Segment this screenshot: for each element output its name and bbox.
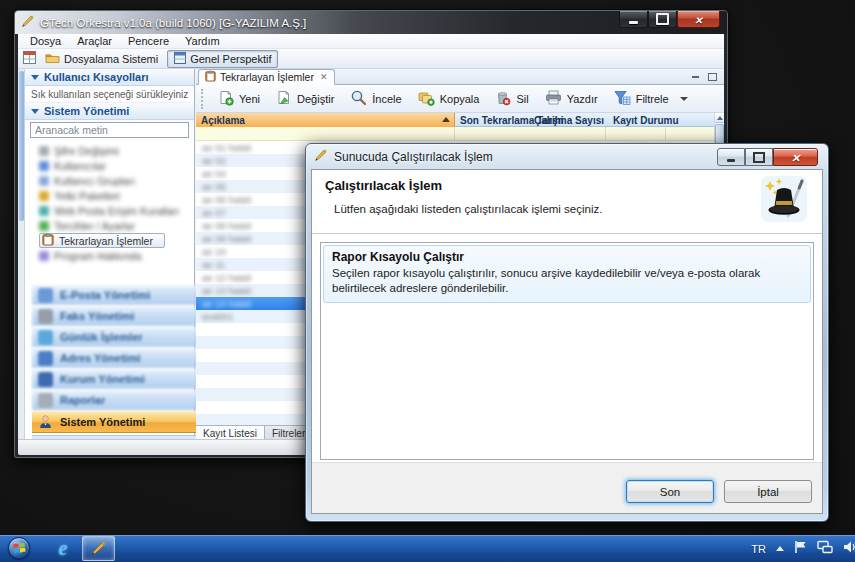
operation-listbox: Rapor Kısayolu Çalıştır Seçilen rapor kı…: [320, 242, 814, 460]
print-button[interactable]: Yazdır: [538, 87, 605, 111]
taskbar: TR: [0, 535, 855, 562]
item-icon: [39, 146, 49, 156]
book-icon: [38, 351, 53, 366]
tree-item[interactable]: Kullanıcı Grupları: [39, 173, 194, 188]
maximize-button[interactable]: [648, 11, 677, 28]
column-header-calisma-sayisi[interactable]: Çalışma Sayısı: [531, 113, 606, 127]
menu-dosya[interactable]: Dosya: [22, 34, 69, 49]
person-icon: [38, 414, 53, 431]
menu-yardim[interactable]: Yardım: [177, 34, 228, 49]
tree-item[interactable]: Program Hakkında: [39, 248, 194, 263]
filter-cell[interactable]: [606, 127, 666, 141]
accordion-system-management[interactable]: Sistem Yönetimi: [32, 411, 202, 433]
filter-cell[interactable]: [455, 127, 606, 141]
copy-button[interactable]: Kopyala: [411, 87, 487, 111]
sort-asc-icon: [442, 117, 450, 122]
search-input[interactable]: [30, 122, 189, 138]
minimize-button[interactable]: [619, 11, 648, 28]
section-user-shortcuts[interactable]: Kullanıcı Kısayolları: [25, 69, 194, 86]
shortcut-hint: Sık kullanılan seçeneği sürükleyiniz: [25, 86, 194, 103]
minimize-view-icon[interactable]: [690, 72, 701, 82]
sidebar: Kullanıcı Kısayolları Sık kullanılan seç…: [25, 69, 195, 439]
mini-window-icon: [174, 52, 186, 66]
perspective-button[interactable]: Genel Perspektif: [167, 50, 278, 68]
inspect-button[interactable]: İncele: [343, 87, 408, 111]
dialog-maximize-button[interactable]: [745, 148, 773, 166]
tree-item[interactable]: Şifre Değişimi: [39, 143, 194, 158]
restore-view-icon[interactable]: [707, 72, 718, 82]
chevron-down-icon: [31, 75, 39, 80]
section-system-label: Sistem Yönetimi: [44, 105, 129, 117]
accordion-institution[interactable]: Kurum Yönetimi: [32, 369, 202, 389]
tree-item[interactable]: Kullanıcılar: [39, 158, 194, 173]
main-window-titlebar[interactable]: GTech Orkestra v1.0a (build 1060) [G-YAZ…: [15, 11, 727, 34]
filesystem-button[interactable]: Dosyalama Sistemi: [40, 51, 163, 67]
action-center-flag-icon[interactable]: [794, 540, 807, 558]
printer-icon: [545, 90, 562, 107]
main-toolbar: Dosyalama Sistemi Genel Perspektif: [18, 49, 724, 69]
finish-button[interactable]: Son: [626, 480, 714, 503]
app-pen-icon: [21, 14, 35, 32]
toolbar-grip[interactable]: [201, 89, 206, 109]
trash-delete-icon: [495, 90, 511, 108]
menu-araclar[interactable]: Araçlar: [69, 34, 120, 49]
volume-icon[interactable]: [843, 540, 855, 558]
operation-item-selected[interactable]: Rapor Kısayolu Çalıştır Seçilen rapor kı…: [323, 245, 811, 303]
accordion-address[interactable]: Adres Yönetimi: [32, 348, 202, 368]
desktop: GTech Orkestra v1.0a (build 1060) [G-YAZ…: [0, 0, 855, 562]
tree-item-recurring-jobs[interactable]: Tekrarlayan İşlemler: [39, 233, 165, 248]
mail-icon: [38, 288, 53, 303]
tab-label: Tekrarlayan İşlemler: [220, 71, 314, 83]
dialog-header: Çalıştırılacak İşlem Lütfen aşağıdaki li…: [312, 170, 822, 234]
cancel-button[interactable]: İptal: [724, 480, 812, 503]
tab-recurring-jobs[interactable]: Tekrarlayan İşlemler ✕: [198, 69, 335, 85]
show-hidden-icons-arrow[interactable]: [776, 546, 784, 551]
tab-kayit-listesi[interactable]: Kayıt Listesi: [196, 426, 265, 440]
item-icon: [39, 251, 49, 261]
edit-button[interactable]: Değiştir: [269, 87, 341, 111]
delete-button[interactable]: Sil: [488, 87, 535, 111]
clipboard-icon: [205, 70, 216, 84]
dialog-minimize-button[interactable]: [717, 148, 745, 166]
orkestra-taskbar-button[interactable]: [82, 536, 115, 561]
dialog-title: Sunucuda Çalıştırılacak İşlem: [334, 150, 493, 164]
sidebar-scrollbar-thumb[interactable]: [19, 71, 24, 221]
item-icon: [39, 191, 49, 201]
tree-item[interactable]: Web Posta Erişim Kuralları: [39, 203, 194, 218]
column-header-kayit-durumu[interactable]: Kayıt Durumu: [608, 113, 684, 127]
filter-cell[interactable]: [196, 127, 455, 141]
sidebar-tree: Şifre Değişimi Kullanıcılar Kullanıcı Gr…: [25, 140, 194, 263]
accordion-fax[interactable]: Faks Yönetimi: [32, 306, 202, 326]
dialog-titlebar[interactable]: Sunucuda Çalıştırılacak İşlem: [306, 144, 828, 169]
tree-item[interactable]: Yetki Paketleri: [39, 188, 194, 203]
sidebar-scrollbar[interactable]: [18, 69, 25, 439]
copy-folders-icon: [418, 90, 435, 108]
section-system-management[interactable]: Sistem Yönetimi: [25, 103, 194, 120]
fax-icon: [38, 309, 53, 324]
internet-explorer-icon[interactable]: [48, 536, 78, 560]
perspective-grid-icon[interactable]: [23, 50, 36, 68]
close-button[interactable]: [677, 11, 720, 28]
table-filter-row[interactable]: [196, 127, 714, 141]
tree-item[interactable]: Tercihler / Ayarlar: [39, 218, 194, 233]
chevron-down-icon: [31, 109, 39, 114]
scroll-up-icon[interactable]: [715, 113, 724, 123]
tab-close-icon[interactable]: ✕: [320, 72, 328, 82]
accordion-reports[interactable]: Raporlar: [32, 390, 202, 410]
new-button[interactable]: Yeni: [211, 87, 267, 111]
item-icon: [39, 161, 49, 171]
operation-item-description: Seçilen rapor kısayolu çalıştırılır, son…: [332, 266, 802, 296]
filter-button[interactable]: Filtrele: [607, 87, 676, 111]
magnifier-icon: [350, 89, 367, 108]
accordion-daily[interactable]: Günlük İşlemler: [32, 327, 202, 347]
filter-dropdown-arrow[interactable]: [680, 97, 688, 101]
start-button[interactable]: [8, 537, 30, 559]
dialog-close-button[interactable]: [773, 148, 818, 166]
accordion-email[interactable]: E-Posta Yönetimi: [32, 285, 202, 305]
language-indicator[interactable]: TR: [751, 543, 766, 555]
dialog-body: Çalıştırılacak İşlem Lütfen aşağıdaki li…: [311, 169, 823, 514]
menu-pencere[interactable]: Pencere: [120, 34, 177, 49]
dialog-heading: Çalıştırılacak İşlem: [325, 178, 442, 193]
column-header-aciklama[interactable]: Açıklama: [196, 113, 455, 127]
network-icon[interactable]: [817, 540, 833, 558]
